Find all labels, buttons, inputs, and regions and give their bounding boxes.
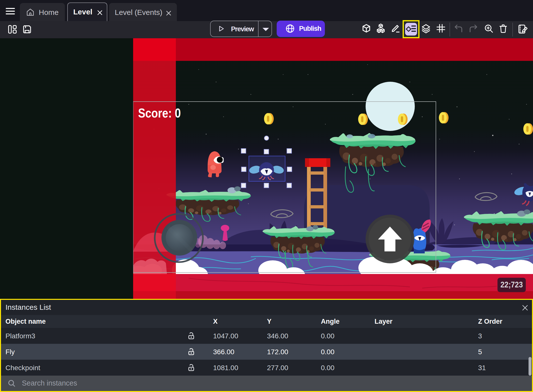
svg-text:22;723: 22;723 bbox=[500, 280, 523, 289]
svg-text:Score: 0: Score: 0 bbox=[138, 106, 181, 120]
